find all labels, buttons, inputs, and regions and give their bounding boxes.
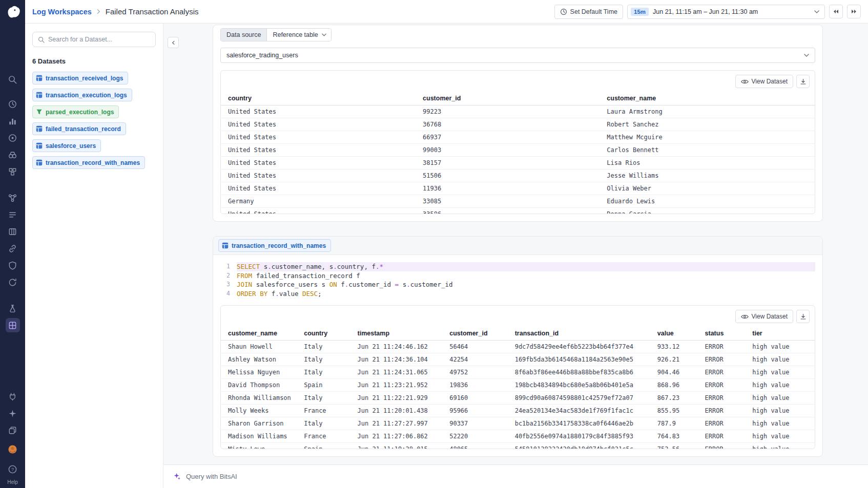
table-cell: Jun 21 11:27:06.862 — [358, 433, 450, 440]
extension-icon[interactable] — [6, 389, 20, 404]
result-table: customer_namecountrytimestampcustomer_id… — [221, 326, 815, 449]
table-row: Madison WilliamsFranceJun 21 11:27:06.86… — [221, 430, 815, 443]
table-cell: 11936 — [423, 185, 607, 192]
column-header: status — [705, 330, 753, 337]
eye-icon — [741, 314, 749, 320]
set-default-time-label: Set Default Time — [570, 8, 617, 15]
table-icon — [36, 125, 43, 132]
dashboards-icon[interactable] — [6, 114, 20, 128]
dataset-chip[interactable]: transaction_execution_logs — [32, 89, 132, 101]
table-view-icon[interactable] — [6, 224, 20, 239]
dataset-search[interactable] — [32, 32, 156, 47]
column-header: tier — [752, 330, 815, 337]
table-cell: United States — [221, 185, 423, 192]
column-header: country — [221, 95, 423, 102]
flask-icon[interactable] — [6, 301, 20, 315]
dataset-chip-label: failed_transaction_record — [46, 125, 121, 133]
dataset-chip[interactable]: parsed_execution_logs — [32, 105, 119, 118]
reference-table-select[interactable]: salesforce_trading_users — [220, 48, 815, 63]
synthetics-icon[interactable] — [6, 275, 20, 289]
dataset-chip[interactable]: transaction_received_logs — [32, 72, 128, 84]
table-cell: 52220 — [449, 433, 514, 440]
dataset-search-input[interactable] — [48, 36, 150, 43]
bitsai-label: Query with BitsAI — [186, 473, 237, 480]
breadcrumb-log-workspaces[interactable]: Log Workspaces — [32, 8, 92, 16]
workspaces-icon[interactable] — [6, 318, 20, 332]
funnel-icon — [36, 109, 43, 115]
table-cell: ERROR — [705, 356, 753, 363]
query-node-body: 1SELECT s.customer_name, s.country, f.*2… — [213, 255, 822, 456]
time-shift-forward-button[interactable] — [847, 5, 861, 18]
collapse-panel-button[interactable] — [168, 37, 179, 48]
view-dataset-button[interactable]: View Dataset — [735, 310, 793, 323]
table-cell: 42254 — [449, 356, 514, 363]
table-cell: Eduardo Lewis — [607, 198, 815, 205]
column-header: country — [304, 330, 357, 337]
dataset-chip[interactable]: transaction_record_with_names — [32, 156, 145, 169]
header-actions: Set Default Time 15m Jun 21, 11:15 am – … — [554, 5, 861, 19]
table-row: United States99223Laura Armstrong — [221, 105, 815, 118]
table-icon — [36, 142, 43, 149]
avatar[interactable] — [6, 442, 20, 456]
table-row: Rhonda WilliamsonItalyJun 21 11:22:21.92… — [221, 392, 815, 405]
table-row: United States99003Carlos Bennett — [221, 144, 815, 157]
monitors-icon[interactable] — [6, 131, 20, 145]
service-map-icon[interactable] — [6, 190, 20, 205]
table-cell: 8f6ab3f86ee446b88a88bbef835ca8b6 — [515, 369, 657, 376]
table-cell: ERROR — [705, 420, 753, 427]
table-cell: bc1ba2156b3341758338ca0f6446ae2b — [515, 420, 657, 427]
table-cell: Italy — [304, 343, 357, 350]
security-icon[interactable] — [6, 258, 20, 272]
help-icon[interactable]: ? — [6, 462, 20, 476]
link-icon[interactable] — [6, 241, 20, 256]
table-header-row: countrycustomer_idcustomer_name — [221, 91, 815, 105]
source-type-value: Reference table — [273, 31, 318, 38]
table-cell: Olivia Weber — [607, 185, 815, 192]
table-cell: David Thompson — [221, 381, 304, 389]
table-cell: Jun 21 11:19:28.015 — [358, 443, 450, 449]
table-cell: high value — [752, 420, 815, 427]
time-shift-back-button[interactable] — [829, 5, 843, 18]
table-cell: United States — [221, 134, 423, 141]
table-cell: 69160 — [449, 394, 514, 401]
dataset-chip[interactable]: salesforce_users — [32, 139, 101, 152]
table-cell: 19836 — [449, 381, 514, 389]
history-icon[interactable] — [6, 97, 20, 111]
data-source-card: Data source Reference table salesforce_t… — [213, 25, 823, 222]
dataset-chip[interactable]: failed_transaction_record — [32, 122, 126, 135]
bitsai-query-bar[interactable]: Query with BitsAI — [163, 464, 868, 488]
download-button[interactable] — [796, 75, 810, 88]
search-icon[interactable] — [6, 72, 20, 87]
table-cell: Germany — [221, 198, 423, 205]
set-default-time-button[interactable]: Set Default Time — [554, 5, 623, 19]
sparkle-nav-icon[interactable] — [6, 406, 20, 420]
sql-editor[interactable]: 1SELECT s.customer_name, s.country, f.*2… — [220, 261, 815, 298]
dataset-chip[interactable]: transaction_record_with_names — [218, 239, 331, 252]
logs-icon[interactable] — [6, 207, 20, 222]
line-number: 4 — [220, 289, 237, 299]
view-dataset-button[interactable]: View Dataset — [735, 75, 793, 88]
workspace-scroll[interactable]: Data source Reference table salesforce_t… — [163, 24, 868, 464]
table-cell: 24ea520134e34ac583de1f769f1fac1c — [515, 407, 657, 414]
eye-icon — [741, 79, 749, 84]
table-cell: Sharon Garrison — [221, 420, 304, 427]
table-toolbar: View Dataset — [221, 306, 815, 326]
apm-icon[interactable] — [6, 147, 20, 162]
infrastructure-icon[interactable] — [6, 164, 20, 179]
table-cell: 933.12 — [657, 343, 705, 350]
source-type-select[interactable]: Reference table — [266, 29, 330, 41]
table-cell: 787.9 — [657, 420, 705, 427]
windows-stack-icon[interactable] — [6, 423, 20, 437]
time-range-picker[interactable]: 15m Jun 21, 11:15 am – Jun 21, 11:30 am — [627, 5, 825, 19]
result-table-box: View Dataset customer_namecountrytimesta… — [220, 305, 815, 449]
reference-table-value: salesforce_trading_users — [226, 52, 298, 59]
table-row: United States38157Lisa Rios — [221, 157, 815, 169]
table-cell: Jun 21 11:22:21.929 — [358, 394, 450, 401]
table-cell: United States — [221, 108, 423, 115]
table-cell: 48065 — [449, 443, 514, 449]
download-button[interactable] — [796, 310, 810, 323]
table-cell: high value — [752, 356, 815, 363]
dataset-count: 6 Datasets — [32, 57, 156, 65]
table-row: Molly WeeksFranceJun 21 11:20:01.4389596… — [221, 405, 815, 417]
dataset-chip-label: transaction_record_with_names — [232, 242, 326, 249]
